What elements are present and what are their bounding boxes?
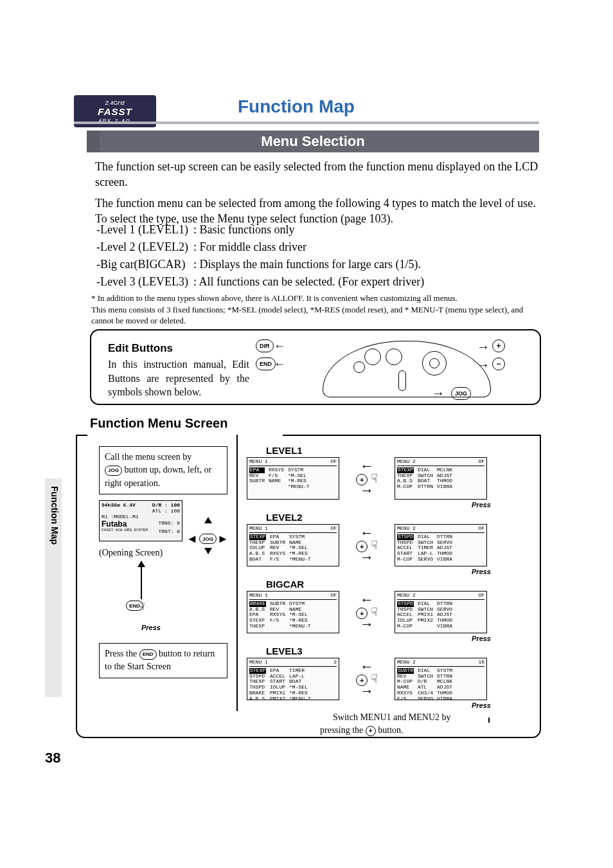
- lcd-top2b: ATL : 100: [152, 508, 180, 514]
- lcd-brand: Futaba: [102, 520, 127, 529]
- arrow-left-icon: ◄: [186, 532, 198, 546]
- lcd-sys: FASST-4CH-HRS-SYSTEM: [102, 529, 148, 534]
- lcd-r1: TRNS: 0: [158, 520, 180, 526]
- plus-button-symbol: +: [366, 726, 376, 736]
- lcd-r2: TRNT: 0: [158, 529, 180, 534]
- level2-desc: : For middle class driver: [193, 239, 428, 255]
- lcd-top2a: D/R : 100: [152, 502, 180, 508]
- arrow-right-icon: →: [477, 339, 490, 354]
- menu-label: LEVEL3: [266, 646, 491, 656]
- section-header-box: Menu Selection: [87, 131, 539, 152]
- end-button-symbol: END: [139, 649, 157, 660]
- instr2a: Press the: [105, 649, 137, 658]
- jog-dial-center: [429, 358, 440, 368]
- menu-screen-menu2: MENU 2OFSTSPDTHSPDACCELIDLUPM-COPDIALSWT…: [395, 591, 487, 633]
- press-label: Press: [141, 624, 161, 631]
- call-menu-instruction: Call the menu screen by JOG button up, d…: [99, 446, 227, 494]
- switch-caption-2a: pressing the: [320, 725, 363, 735]
- lcd-top1: 94h36m 6.4V: [102, 502, 136, 508]
- menu-row-level3: LEVEL3MENU 12STEXPSTSPDTHEXPTHSPDBRAKEA.…: [247, 646, 491, 709]
- page-number: 38: [45, 750, 60, 766]
- panel-button: [353, 361, 365, 373]
- antenna-icon: [398, 370, 406, 391]
- level1-name: -Level 1 (LEVEL1): [96, 222, 192, 238]
- bigcar-name: -Big car(BIGCAR): [96, 257, 192, 273]
- menu-screen-menu2: MENU 216SUBTRREVM-COPNAMERXSYSF/SDIALSWT…: [395, 658, 487, 700]
- jog-button-symbol: JOG: [105, 466, 122, 476]
- level3-desc: : All functions can be selected. (For ex…: [193, 274, 428, 290]
- edit-buttons-panel: Edit Buttons In this instruction manual,…: [90, 329, 541, 405]
- side-tab: Function Map: [45, 478, 62, 697]
- level2-name: -Level 2 (LEVEL2): [96, 239, 192, 255]
- logo-line1: 2.4GHz: [105, 100, 125, 106]
- menu-switch-arrows: ←+ ☟→: [339, 457, 395, 500]
- edit-buttons-text: In this instruction manual, Edit Buttons…: [108, 357, 249, 399]
- arrow-right-icon: ►: [217, 532, 229, 546]
- page-title: Function Map: [238, 96, 355, 117]
- panel-button: [386, 348, 402, 365]
- intro-paragraphs: The function set-up screen can be easily…: [95, 159, 538, 226]
- press-label: Press: [247, 501, 491, 509]
- edit-buttons-title: Edit Buttons: [108, 342, 173, 355]
- menu-label: LEVEL1: [266, 445, 491, 456]
- menu-screen-menu1: MENU 1OFEPAREVSUBTRRXSYSF/SNAMESYSTM*M-S…: [247, 457, 339, 500]
- section-header: Menu Selection: [87, 131, 539, 152]
- menu-screen-menu2: MENU 2OFSTEXPTHEXPA.B.SM-COPDIALSWTCHBOA…: [395, 457, 487, 500]
- arrow-down-icon: [204, 548, 212, 554]
- footnote: * In addition to the menu types shown ab…: [91, 293, 541, 327]
- arrow-up-icon: [138, 561, 145, 567]
- menu-label: BIGCAR: [266, 579, 491, 590]
- side-tab-label: Function Map: [49, 486, 60, 545]
- menu-row-level2: LEVEL2MENU 1OFSTEXPTHEXPIDLUPA.B.SBOATEP…: [247, 512, 491, 575]
- instr1a: Call the menu screen by: [105, 452, 191, 462]
- levels-table: -Level 1 (LEVEL1): Basic functions only …: [95, 221, 429, 291]
- press-label: Press: [247, 568, 491, 575]
- menu-switch-arrows: ←+ ☟→: [339, 591, 395, 633]
- panel-button: [364, 348, 381, 365]
- pointer-line: [488, 718, 490, 723]
- menu-screen-menu1: MENU 1OFBRAKEA.B.SEPASTEXPTHEXPSUBTRREVR…: [247, 591, 339, 633]
- logo-line2: FASST: [98, 106, 132, 117]
- minus-button-symbol: −: [492, 357, 505, 370]
- jog-button-symbol: JOG: [451, 387, 471, 400]
- function-menu-screen-title: Function Menu Screen: [90, 416, 227, 431]
- menu-screen-menu2: MENU 2OFSTSPDTHSPDACCELSTARTM-COPDIALSWT…: [395, 524, 487, 566]
- dir-button-symbol: DIR: [256, 339, 274, 352]
- menu-switch-arrows: ←+ ☟→: [339, 524, 395, 566]
- menu-screen-menu1: MENU 1OFSTEXPTHEXPIDLUPA.B.SBOATEPASUBTR…: [247, 524, 339, 566]
- arrow-left-icon: ←: [274, 357, 285, 371]
- level1-desc: : Basic functions only: [193, 222, 428, 238]
- divider: [236, 435, 238, 711]
- plus-button-symbol: +: [492, 339, 505, 352]
- jog-button-symbol: JOG: [199, 534, 217, 544]
- hand-press-icon: ☟: [139, 601, 145, 613]
- flow-line: [141, 563, 142, 599]
- press-label: Press: [247, 701, 491, 709]
- arrow-right-icon: →: [432, 386, 445, 401]
- arrow-right-icon: →: [477, 357, 490, 372]
- para1: The function set-up screen can be easily…: [95, 159, 538, 190]
- menu-screen-menu1: MENU 12STEXPSTSPDTHEXPTHSPDBRAKEA.B.SEPA…: [247, 658, 339, 700]
- press-label: Press: [247, 635, 491, 642]
- switch-caption: Switch MENU1 and MENU2 by: [333, 712, 451, 723]
- return-instruction: Press the END button to return to the St…: [99, 643, 227, 678]
- menu-row-level1: LEVEL1MENU 1OFEPAREVSUBTRRXSYSF/SNAMESYS…: [247, 445, 491, 509]
- function-menu-screen-box: Call the menu screen by JOG button up, d…: [76, 435, 541, 738]
- menu-row-bigcar: BIGCARMENU 1OFBRAKEA.B.SEPASTEXPTHEXPSUB…: [247, 579, 491, 642]
- opening-lcd-screen: 94h36m 6.4VD/R : 100 ATL : 100 M1 :MODEL…: [99, 500, 182, 541]
- menu-switch-arrows: ←+ ☟→: [339, 658, 395, 700]
- opening-screen-caption: (Opening Screen): [99, 548, 163, 558]
- section-header-text: Menu Selection: [261, 133, 364, 149]
- menu-label: LEVEL2: [266, 512, 491, 523]
- switch-caption-2b: button.: [378, 725, 403, 735]
- arrow-up-icon: [204, 517, 212, 523]
- end-button-symbol: END: [256, 357, 276, 370]
- switch-caption-1: Switch MENU1 and MENU2 by: [333, 712, 451, 722]
- title-underline: [74, 122, 539, 124]
- switch-caption-2: pressing the + button.: [320, 725, 404, 736]
- level3-name: -Level 3 (LEVEL3): [96, 274, 192, 290]
- bigcar-desc: : Displays the main functions for large …: [193, 257, 428, 273]
- arrow-left-icon: ←: [274, 339, 285, 353]
